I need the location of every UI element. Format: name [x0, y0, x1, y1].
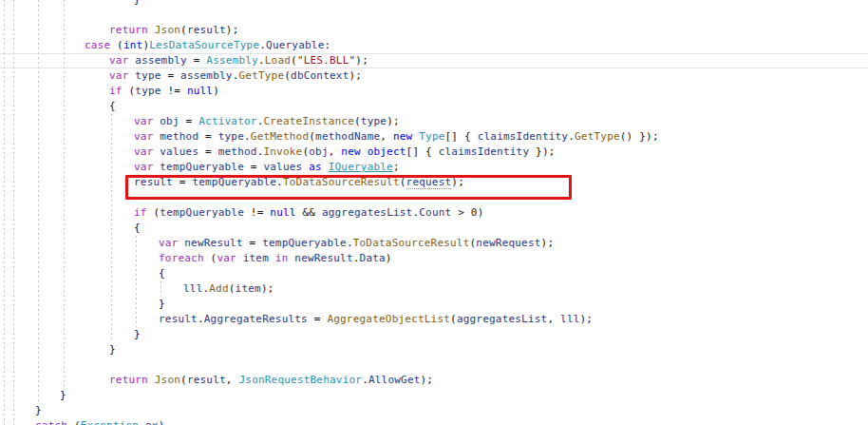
- code-token: !=: [244, 206, 270, 219]
- code-line[interactable]: var type = assembly.GetType(dbContext);: [109, 68, 362, 84]
- code-token: }: [159, 298, 165, 310]
- code-token: assembly: [180, 69, 233, 82]
- code-area[interactable]: }return Json(result);case (int)LesDataSo…: [0, 0, 868, 425]
- code-token: int: [123, 39, 142, 51]
- code-token: [269, 252, 275, 264]
- code-token: (: [147, 206, 160, 219]
- code-line[interactable]: foreach (var item in newResult.Data): [159, 251, 392, 266]
- code-token: result: [187, 374, 226, 386]
- code-token: Exception: [81, 419, 139, 425]
- code-token: Invoke: [263, 145, 302, 158]
- code-token: Count: [419, 206, 451, 219]
- code-token: var: [109, 54, 128, 67]
- code-line[interactable]: result.AggregateResults = AggregateObjec…: [159, 312, 593, 327]
- code-token: if: [134, 206, 147, 219]
- code-token: .: [198, 313, 204, 325]
- code-token: ,: [380, 130, 393, 143]
- code-token: :: [324, 39, 330, 51]
- code-line[interactable]: {: [109, 99, 116, 114]
- code-token: aggregatesList: [457, 313, 548, 325]
- code-token: AggregateObjectList: [327, 313, 450, 325]
- code-token: .: [568, 130, 575, 143]
- code-line[interactable]: return Json(result);: [109, 23, 238, 38]
- code-token: assembly: [135, 54, 187, 67]
- code-token: (: [180, 24, 187, 36]
- code-token: () });: [620, 130, 659, 143]
- code-token: Load: [265, 54, 291, 67]
- code-line[interactable]: return Json(result, JsonRequestBehavior.…: [109, 373, 433, 388]
- code-token: item: [243, 252, 269, 264]
- code-token: var: [159, 237, 178, 249]
- code-token: "LES.BLL": [297, 54, 355, 67]
- code-token: (: [354, 115, 361, 127]
- code-line[interactable]: var method = type.GetMethod(methodName, …: [134, 129, 659, 145]
- code-line[interactable]: {: [159, 266, 165, 281]
- code-token: method: [218, 145, 257, 158]
- code-token: );: [451, 176, 464, 188]
- code-token: =: [187, 54, 206, 67]
- code-token: [148, 24, 155, 36]
- code-token: =: [161, 69, 180, 82]
- code-line[interactable]: var newResult = tempQueryable.ToDataSour…: [159, 236, 554, 251]
- code-line[interactable]: result = tempQueryable.ToDataSourceResul…: [134, 175, 464, 190]
- code-line[interactable]: var values = method.Invoke(obj, new obje…: [134, 145, 556, 160]
- code-token: Activator: [198, 115, 256, 127]
- code-line[interactable]: }: [109, 342, 116, 357]
- code-token: =: [198, 130, 217, 143]
- code-token: GetType: [238, 69, 284, 82]
- code-line[interactable]: }: [134, 0, 141, 8]
- code-token: =: [308, 313, 327, 325]
- code-token: (: [180, 374, 187, 386]
- code-token: obj: [309, 145, 328, 158]
- code-token: .: [244, 130, 251, 143]
- code-token: case: [85, 39, 110, 51]
- code-token: null: [270, 206, 295, 219]
- code-token: newRequest: [476, 237, 540, 249]
- code-token: .: [353, 252, 360, 264]
- code-line[interactable]: {: [134, 221, 141, 236]
- code-token: .: [276, 176, 283, 188]
- code-editor[interactable]: }return Json(result);case (int)LesDataSo…: [0, 0, 868, 425]
- code-line[interactable]: if (tempQueryable != null && aggregatesL…: [134, 205, 484, 221]
- code-token: );: [226, 24, 239, 36]
- code-line[interactable]: }: [134, 327, 141, 342]
- code-token: object: [368, 145, 406, 158]
- code-token: }: [35, 404, 42, 416]
- code-token: !=: [161, 85, 187, 97]
- code-token: dbContext: [291, 69, 349, 82]
- code-token: .: [258, 54, 265, 67]
- code-line[interactable]: var assembly = Assembly.Load("LES.BLL");: [109, 53, 368, 68]
- code-line[interactable]: }: [60, 388, 66, 403]
- code-token: result: [134, 176, 173, 188]
- code-token: [236, 252, 243, 264]
- code-token: obj: [160, 115, 179, 127]
- code-line[interactable]: var obj = Activator.CreateInstance(type)…: [134, 114, 400, 129]
- code-token: values: [263, 161, 302, 173]
- code-token: null: [187, 85, 213, 97]
- code-token: .: [347, 237, 353, 249]
- code-token: > 0): [451, 206, 483, 219]
- code-token: ,: [329, 145, 342, 158]
- code-token: tempQueryable: [192, 176, 276, 188]
- code-token: claimsIdentity: [478, 130, 569, 143]
- code-token: [] {: [445, 130, 478, 143]
- code-line[interactable]: var tempQueryable = values as IQueryable…: [134, 160, 400, 175]
- code-token: ): [159, 419, 165, 425]
- code-token: (: [229, 282, 236, 295]
- code-token: );: [541, 237, 555, 249]
- code-line[interactable]: catch (Exception ex): [35, 418, 165, 425]
- code-token: ,: [226, 374, 239, 386]
- code-token: =: [244, 161, 263, 173]
- code-token: Type: [419, 130, 444, 143]
- code-line[interactable]: }: [159, 297, 165, 312]
- code-line[interactable]: if (type != null): [109, 84, 219, 99]
- code-token: [322, 161, 329, 173]
- code-token: lll: [183, 282, 202, 295]
- code-line[interactable]: lll.Add(item);: [183, 281, 274, 297]
- code-token: return: [109, 374, 148, 386]
- code-token: Add: [209, 282, 228, 295]
- code-token: Assembly: [206, 54, 258, 67]
- code-line[interactable]: case (int)LesDataSourceType.Queryable:: [85, 38, 330, 53]
- code-token: var: [217, 252, 236, 264]
- code-line[interactable]: }: [35, 403, 42, 418]
